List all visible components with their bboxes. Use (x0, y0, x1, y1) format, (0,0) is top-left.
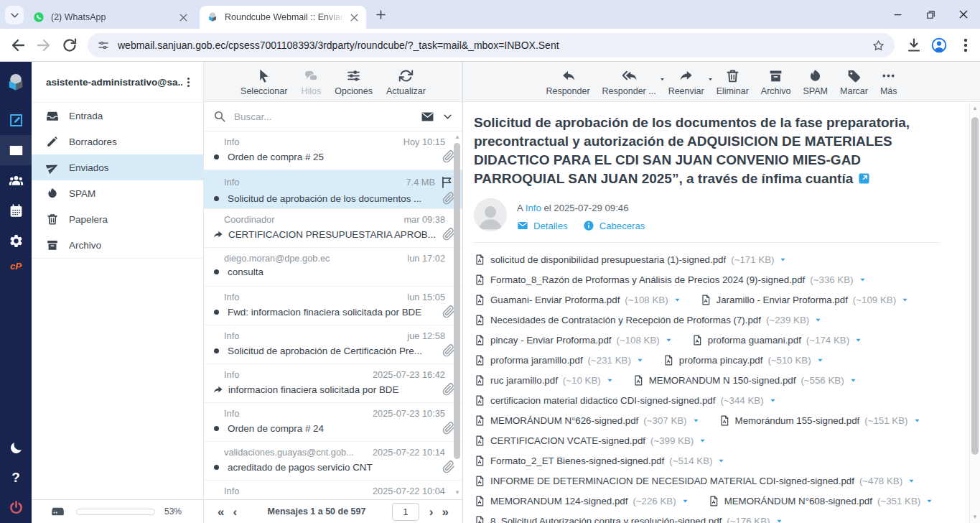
chevron-down-icon[interactable] (681, 497, 689, 505)
seleccionar-button[interactable]: Seleccionar (241, 68, 287, 96)
reader-scrollbar[interactable]: ▲ ▼ (969, 103, 980, 523)
attachment-item[interactable]: Formato_8_Razón de Proformas y Análisis … (474, 269, 867, 290)
search-scope-envelope-icon[interactable] (421, 110, 434, 124)
message-row[interactable]: InfoHoy 10:15Orden de compra # 25 (204, 131, 462, 170)
message-row[interactable]: diego.moran@dpe.gob.eclun 17:02consulta (204, 248, 462, 287)
attachment-item[interactable]: 8. Solicitud Autorización contra y resol… (474, 511, 783, 523)
chevron-down-icon[interactable] (779, 256, 787, 264)
attachment-item[interactable]: Formato_2_ET Bienes-signed-signed.pdf(~5… (474, 450, 725, 471)
reenviar-button[interactable]: Reenviar (668, 68, 704, 96)
chevron-down-icon[interactable] (816, 356, 824, 364)
close-icon[interactable] (178, 12, 189, 23)
folder-options-icon[interactable] (182, 76, 195, 88)
bookmark-star-icon[interactable] (872, 39, 885, 52)
rail-item-logout[interactable] (0, 492, 32, 522)
attachment-item[interactable]: solicitud de disponibilidad presupuestar… (474, 249, 787, 269)
actualizar-button[interactable]: Actualizar (386, 68, 426, 96)
sidebar-item-archivo[interactable]: Archivo (32, 232, 203, 258)
rail-item-dark-mode[interactable] (0, 432, 32, 463)
spam-button[interactable]: SPAM (803, 68, 829, 96)
chevron-down-icon[interactable] (692, 417, 700, 425)
reader-scrollbar-thumb[interactable] (971, 117, 979, 455)
tab-whatsapp[interactable]: (2) WhatsApp (26, 6, 195, 29)
profile-button[interactable] (930, 37, 948, 54)
chevron-down-icon[interactable] (901, 296, 909, 304)
chevron-down-icon[interactable] (913, 417, 921, 425)
sidebar-item-enviados[interactable]: Enviados (32, 154, 203, 180)
attachment-item[interactable]: MEMORÁNDUM N°608-signed.pdf(~351 KB) (708, 491, 934, 511)
close-window-button[interactable] (947, 0, 980, 29)
page-input[interactable]: 1 (392, 503, 419, 521)
hilos-button[interactable]: Hilos (301, 68, 321, 96)
address-bar[interactable]: webmail.sanjuan.gob.ec/cpsess7001108393/… (88, 33, 895, 57)
attachment-item[interactable]: CERTIFICACION VCATE-signed.pdf(~399 KB) (474, 430, 706, 450)
attachment-item[interactable]: MEMORANDUM N 150-signed.pdf(~556 KB) (633, 370, 857, 390)
rail-item-calendar[interactable] (0, 195, 32, 226)
site-settings-icon[interactable] (97, 39, 110, 52)
external-link-icon[interactable] (858, 172, 870, 185)
attachment-item[interactable]: Guamani- Enviar Proforma.pdf(~108 KB) (474, 290, 681, 310)
flag-icon[interactable] (440, 175, 454, 189)
sender-link[interactable]: Info (526, 203, 541, 213)
chevron-down-icon[interactable] (814, 316, 822, 324)
opciones-button[interactable]: Opciones (335, 68, 373, 96)
chevron-down-icon[interactable] (665, 336, 673, 344)
first-page-button[interactable]: « (213, 506, 228, 518)
attachment-item[interactable]: MEMORANDUM 124-signed.pdf(~226 KB) (474, 491, 689, 511)
chevron-down-icon[interactable] (606, 376, 614, 384)
prev-page-button[interactable]: ‹ (228, 506, 241, 518)
responder-button[interactable]: Responder ... (602, 68, 656, 96)
chevron-down-icon[interactable] (859, 276, 867, 284)
attachment-item[interactable]: Jaramillo - Enviar Proforma.pdf(~109 KB) (700, 290, 910, 310)
browser-menu-button[interactable] (957, 37, 974, 54)
chevron-down-icon[interactable] (636, 356, 644, 364)
attachment-item[interactable]: certificacion material didactico CDI-sig… (474, 390, 777, 410)
search-bar[interactable] (204, 102, 462, 131)
rail-item-mail[interactable] (0, 135, 32, 165)
rail-item-help[interactable]: ? (0, 463, 32, 493)
más-button[interactable]: Más (880, 68, 897, 96)
chevron-down-icon[interactable] (673, 296, 681, 304)
list-scrollbar-thumb[interactable] (454, 143, 460, 459)
account-header[interactable]: asistente-administrativo@sa... (32, 62, 203, 103)
downloads-button[interactable] (905, 37, 923, 54)
search-options-chevron-icon[interactable] (442, 111, 453, 122)
archivo-button[interactable]: Archivo (761, 68, 791, 96)
chevron-down-icon[interactable] (659, 76, 666, 83)
next-page-button[interactable]: › (425, 506, 438, 518)
chevron-down-icon[interactable] (707, 76, 714, 83)
forward-button[interactable] (35, 37, 52, 54)
attachment-item[interactable]: INFORME DE DETERMINACION DE NECESIDAD MA… (474, 471, 915, 491)
details-button[interactable]: Detalles (517, 220, 568, 231)
scroll-down-icon[interactable]: ▼ (972, 514, 978, 520)
sidebar-item-spam[interactable]: SPAM (32, 180, 203, 206)
tab-roundcube[interactable]: Roundcube Webmail :: Enviados (200, 6, 366, 29)
new-tab-button[interactable] (374, 8, 388, 22)
attachment-item[interactable]: Memorándum 155-signed.pdf(~151 KB) (719, 410, 921, 430)
attachment-item[interactable]: proforma guamani.pdf(~174 KB) (691, 330, 862, 350)
search-input[interactable] (234, 111, 413, 122)
chevron-down-icon[interactable] (925, 497, 933, 505)
minimize-button[interactable] (881, 0, 914, 29)
scroll-down-icon[interactable]: ▼ (454, 490, 460, 496)
headers-button[interactable]: Cabeceras (583, 220, 645, 231)
chevron-down-icon[interactable] (849, 376, 857, 384)
chevron-down-icon[interactable] (907, 477, 915, 485)
reload-button[interactable] (61, 37, 78, 54)
back-button[interactable] (9, 37, 27, 54)
attachment-item[interactable]: MEMORÁNDUM N°626-signed.pdf(~307 KB) (474, 410, 700, 430)
rail-item-contacts[interactable] (0, 165, 32, 195)
restore-button[interactable] (914, 0, 947, 29)
rail-item-compose[interactable] (0, 105, 32, 135)
attachment-item[interactable]: proforma jaramillo.pdf(~231 KB) (474, 350, 644, 370)
chevron-down-icon[interactable] (699, 437, 706, 445)
responder-button[interactable]: Responder (546, 68, 589, 96)
message-row[interactable]: validaciones.guayas@cnt.gob...2025-07-22… (204, 442, 462, 481)
close-icon[interactable] (349, 12, 360, 23)
chevron-down-icon[interactable] (775, 517, 783, 523)
tab-search-button[interactable] (5, 6, 24, 24)
message-row[interactable]: Info2025-07-23 10:35Orden de compra # 24 (204, 403, 462, 442)
attachment-item[interactable]: ruc jaramillo.pdf(~10 KB) (474, 370, 614, 390)
chevron-down-icon[interactable] (717, 457, 725, 465)
scroll-up-icon[interactable]: ▲ (454, 134, 460, 140)
